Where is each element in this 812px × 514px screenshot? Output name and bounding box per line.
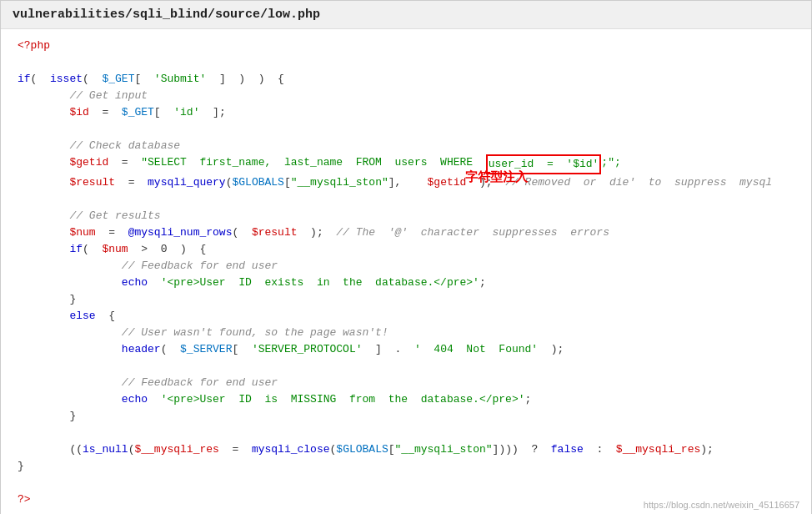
code-line: $result = mysqli_query($GLOBALS["__mysql… (1, 174, 811, 191)
code-line: } (1, 458, 811, 475)
code-line: <?php (1, 38, 811, 54)
var-num2: $num (102, 241, 128, 258)
code-line (1, 358, 811, 375)
plain: ( (128, 441, 135, 458)
str-echo-missing: '<pre>User ID is MISSING from the databa… (161, 391, 525, 408)
code-line: // Check database (1, 138, 811, 154)
comment-char: // The '@' character suppresses errors (336, 224, 609, 241)
fn-mysqli-close: mysqli_close (252, 441, 330, 458)
plain: [ (284, 174, 291, 191)
plain: ); (298, 224, 337, 241)
php-close-tag: ?> (18, 491, 31, 508)
indent (18, 325, 122, 341)
kw-else: else (69, 308, 95, 325)
code-line: } (1, 291, 811, 308)
close-outer-brace: } (18, 458, 24, 475)
comment-not-found: // User wasn't found, so the page wasn't… (122, 325, 388, 341)
str-404: ' 404 Not Found' (414, 341, 538, 358)
var-id: $id (69, 104, 88, 121)
var-result2: $result (252, 224, 298, 241)
code-line: } (1, 408, 811, 425)
watermark: https://blog.csdn.net/weixin_45116657 (644, 500, 799, 510)
code-line (1, 425, 811, 441)
plain: [ (154, 104, 173, 121)
title-bar: vulnerabilities/sqli_blind/source/low.ph… (1, 1, 811, 29)
plain: ]))) ? (493, 441, 551, 458)
plain: = (108, 154, 141, 171)
plain: ], (388, 174, 428, 191)
plain: = (96, 224, 128, 241)
plain: ( (226, 174, 233, 191)
indent (18, 375, 122, 391)
var-globals2: $GLOBALS (336, 441, 388, 458)
code-line: header( $_SERVER[ 'SERVER_PROTOCOL' ] . … (1, 341, 811, 358)
var-get2: $_GET (122, 104, 154, 121)
code-line: $num = @mysqli_num_rows( $result ); // T… (1, 224, 811, 241)
indent (18, 88, 69, 104)
fn-is-null: is_null (83, 441, 128, 458)
code-line: // User wasn't found, so the page wasn't… (1, 325, 811, 341)
plain: ( (83, 71, 102, 88)
comment-get-results: // Get results (69, 208, 160, 224)
comment-removed: // Removed or die' to suppress mysql (505, 174, 772, 191)
main-window: vulnerabilities/sqli_blind/source/low.ph… (0, 0, 812, 514)
plain: ]; (199, 104, 225, 121)
code-line: // Feedback for end user (1, 375, 811, 391)
plain: (( (69, 441, 83, 458)
str-ston2: "__mysqli_ston" (395, 441, 493, 458)
indent (18, 391, 122, 408)
indent (18, 275, 122, 291)
indent (18, 138, 69, 154)
code-line (1, 475, 811, 491)
comment-get-input: // Get input (69, 88, 148, 104)
var-mysqli-res: $__mysqli_res (134, 441, 218, 458)
plain: ); (538, 341, 564, 358)
indent (18, 154, 69, 171)
code-line: echo '<pre>User ID exists in the databas… (1, 275, 811, 291)
str-echo-exists: '<pre>User ID exists in the database.</p… (161, 275, 479, 291)
fn-num-rows: @mysqli_num_rows (128, 224, 233, 241)
fn-header: header (122, 341, 161, 358)
code-line (1, 54, 811, 71)
plain: ( (83, 241, 102, 258)
kw-echo: echo (122, 275, 148, 291)
plain: = (89, 104, 122, 121)
bool-false: false (551, 441, 584, 458)
kw-echo2: echo (122, 391, 148, 408)
fn-isset: isset (50, 71, 83, 88)
var-getid: $getid (69, 154, 108, 171)
plain: ; (479, 275, 486, 291)
plain: = (115, 174, 148, 191)
plain (148, 391, 161, 408)
var-getid2: $getid (428, 174, 467, 191)
plain: ; (525, 391, 532, 408)
var-result: $result (69, 174, 115, 191)
code-line: $id = $_GET[ 'id' ]; (1, 104, 811, 121)
comment-check-db: // Check database (69, 138, 180, 154)
indent (18, 308, 69, 325)
plain: { (96, 308, 115, 325)
indent (18, 258, 122, 275)
plain: ( (31, 71, 50, 88)
indent (18, 174, 69, 191)
plain: [ (134, 71, 153, 88)
comment-feedback: // Feedback for end user (122, 258, 278, 275)
indent (18, 291, 69, 308)
str-id: 'id' (173, 104, 199, 121)
code-line (1, 191, 811, 208)
code-line (1, 121, 811, 138)
kw-if2: if (69, 241, 83, 258)
str-ston: "__mysqli_ston" (291, 174, 388, 191)
plain: [ (388, 441, 395, 458)
code-line: else { (1, 308, 811, 325)
code-area: 字符型注入 https://blog.csdn.net/weixin_45116… (1, 29, 811, 514)
plain: ( (232, 224, 251, 241)
indent (18, 208, 69, 224)
indent (18, 408, 69, 425)
var-globals: $GLOBALS (232, 174, 283, 191)
str-submit: 'Submit' (154, 71, 206, 88)
str-userid: user_id = '$id' (489, 158, 599, 170)
plain (148, 275, 161, 291)
indent (18, 241, 69, 258)
code-line: // Get results (1, 208, 811, 224)
